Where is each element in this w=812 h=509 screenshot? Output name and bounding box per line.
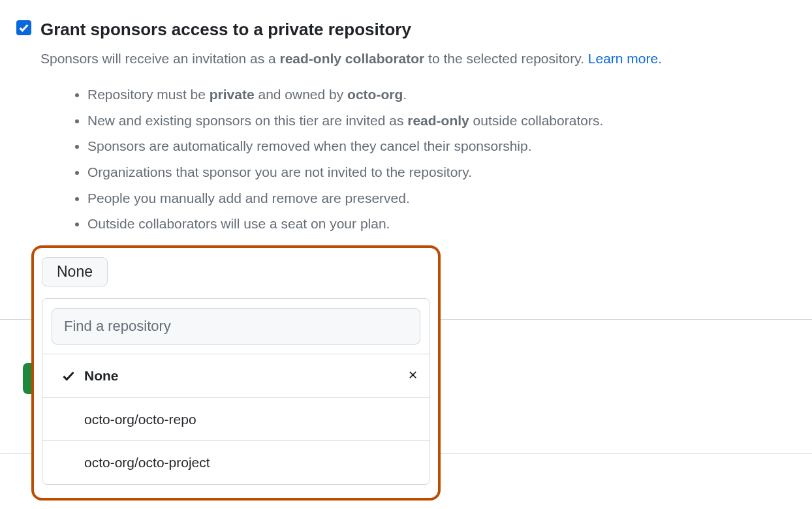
check-icon xyxy=(61,369,76,383)
repository-option[interactable]: octo-org/octo-project xyxy=(42,440,429,484)
repository-dropdown: None ✕ octo-org/octo-repo octo-org/octo-… xyxy=(42,298,430,485)
repository-option-none[interactable]: None ✕ xyxy=(42,354,429,397)
selected-repository-button[interactable]: None xyxy=(42,257,108,286)
repository-picker-highlight: None None ✕ octo-org/octo-repo octo-org/… xyxy=(31,245,441,501)
grant-access-checkbox[interactable] xyxy=(16,20,31,35)
repository-option[interactable]: octo-org/octo-repo xyxy=(42,397,429,441)
rule-item: Organizations that sponsor you are not i… xyxy=(87,161,796,183)
rule-item: Outside collaborators will use a seat on… xyxy=(87,213,796,235)
option-title: Grant sponsors access to a private repos… xyxy=(40,16,796,44)
rule-item: New and existing sponsors on this tier a… xyxy=(87,110,796,132)
learn-more-link[interactable]: Learn more. xyxy=(588,51,662,66)
rule-item: Sponsors are automatically removed when … xyxy=(87,135,796,157)
rule-item: People you manually add and remove are p… xyxy=(87,187,796,209)
rules-list: Repository must be private and owned by … xyxy=(40,84,796,235)
rule-item: Repository must be private and owned by … xyxy=(87,84,796,106)
repository-search-input[interactable] xyxy=(52,308,420,345)
option-description: Sponsors will receive an invitation as a… xyxy=(40,48,796,70)
check-icon xyxy=(18,22,29,33)
x-icon: ✕ xyxy=(408,366,418,385)
